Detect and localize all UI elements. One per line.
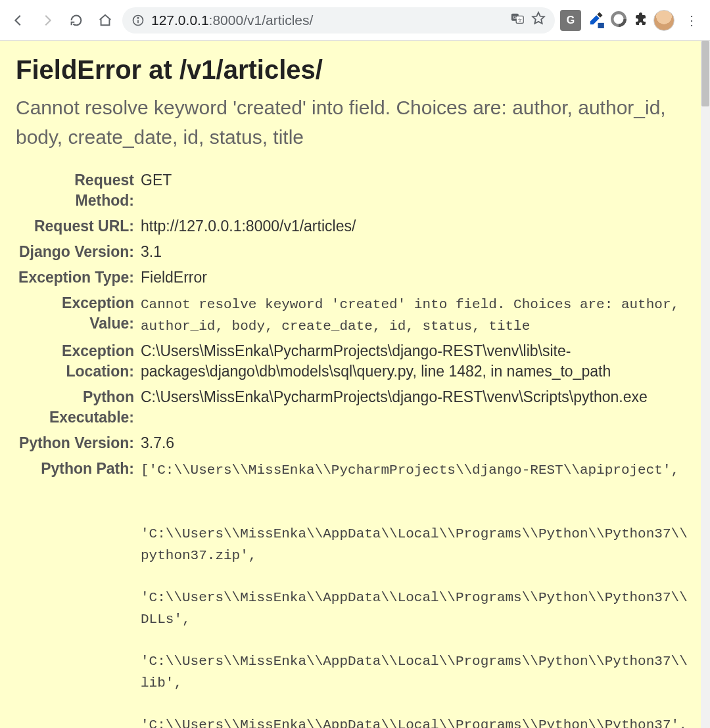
label-exception-location: Exception Location: bbox=[16, 338, 141, 384]
eyedropper-extension-icon[interactable] bbox=[586, 10, 605, 31]
scrollbar-thumb[interactable] bbox=[701, 41, 709, 106]
value-exception-type: FieldError bbox=[141, 265, 694, 290]
site-info-icon[interactable] bbox=[131, 14, 145, 27]
url-text: 127.0.0.1:8000/v1/articles/ bbox=[151, 12, 504, 28]
label-python-version: Python Version: bbox=[16, 430, 141, 456]
table-row: Request URL: http://127.0.0.1:8000/v1/ar… bbox=[16, 214, 694, 239]
table-row: Exception Location: C:\Users\MissEnka\Py… bbox=[16, 338, 694, 384]
table-row: Request Method: GET bbox=[16, 168, 694, 214]
label-exception-value: Exception Value: bbox=[16, 290, 141, 338]
django-error-page: FieldError at /v1/articles/ Cannot resol… bbox=[0, 41, 710, 728]
reload-button[interactable] bbox=[64, 9, 88, 32]
table-row: Django Version: 3.1 bbox=[16, 239, 694, 265]
circle-extension-icon[interactable] bbox=[610, 11, 627, 30]
error-title: FieldError at /v1/articles/ bbox=[16, 55, 694, 85]
value-python-path: ['C:\\Users\\MissEnka\\PycharmProjects\\… bbox=[141, 456, 694, 728]
label-exception-type: Exception Type: bbox=[16, 265, 141, 290]
svg-point-2 bbox=[137, 17, 138, 18]
extension-g-icon[interactable]: G bbox=[560, 10, 581, 31]
svg-rect-7 bbox=[598, 22, 604, 28]
svg-text:G: G bbox=[513, 14, 517, 20]
extensions-icon[interactable] bbox=[632, 11, 648, 30]
label-python-path: Python Path: bbox=[16, 456, 141, 728]
value-exception-value: Cannot resolve keyword 'created' into fi… bbox=[141, 290, 694, 338]
table-row: Exception Value: Cannot resolve keyword … bbox=[16, 290, 694, 338]
error-subtitle: Cannot resolve keyword 'created' into fi… bbox=[16, 93, 694, 152]
value-django-version: 3.1 bbox=[141, 239, 694, 265]
table-row: Python Executable: C:\Users\MissEnka\Pyc… bbox=[16, 384, 694, 430]
bookmark-star-icon[interactable] bbox=[531, 11, 546, 29]
table-row: Python Version: 3.7.6 bbox=[16, 430, 694, 456]
browser-toolbar: 127.0.0.1:8000/v1/articles/ G文 G ⋮ bbox=[0, 0, 710, 41]
back-button[interactable] bbox=[7, 9, 30, 32]
profile-avatar[interactable] bbox=[653, 10, 674, 31]
label-request-method: Request Method: bbox=[16, 168, 141, 214]
svg-text:文: 文 bbox=[518, 18, 522, 22]
value-request-method: GET bbox=[141, 168, 694, 214]
value-request-url: http://127.0.0.1:8000/v1/articles/ bbox=[141, 214, 694, 239]
table-row: Exception Type: FieldError bbox=[16, 265, 694, 290]
label-request-url: Request URL: bbox=[16, 214, 141, 239]
value-python-executable: C:\Users\MissEnka\PycharmProjects\django… bbox=[141, 384, 694, 430]
error-meta-table: Request Method: GET Request URL: http://… bbox=[16, 168, 694, 728]
forward-button[interactable] bbox=[36, 9, 59, 32]
browser-menu-button[interactable]: ⋮ bbox=[680, 9, 703, 32]
translate-icon[interactable]: G文 bbox=[510, 11, 525, 29]
home-button[interactable] bbox=[93, 9, 117, 32]
page-scrollbar[interactable] bbox=[701, 41, 710, 728]
toolbar-right: G ⋮ bbox=[560, 9, 703, 32]
value-exception-location: C:\Users\MissEnka\PycharmProjects\django… bbox=[141, 338, 694, 384]
address-bar[interactable]: 127.0.0.1:8000/v1/articles/ G文 bbox=[122, 7, 555, 34]
value-python-version: 3.7.6 bbox=[141, 430, 694, 456]
table-row: Python Path: ['C:\\Users\\MissEnka\\Pych… bbox=[16, 456, 694, 728]
label-django-version: Django Version: bbox=[16, 239, 141, 265]
label-python-executable: Python Executable: bbox=[16, 384, 141, 430]
